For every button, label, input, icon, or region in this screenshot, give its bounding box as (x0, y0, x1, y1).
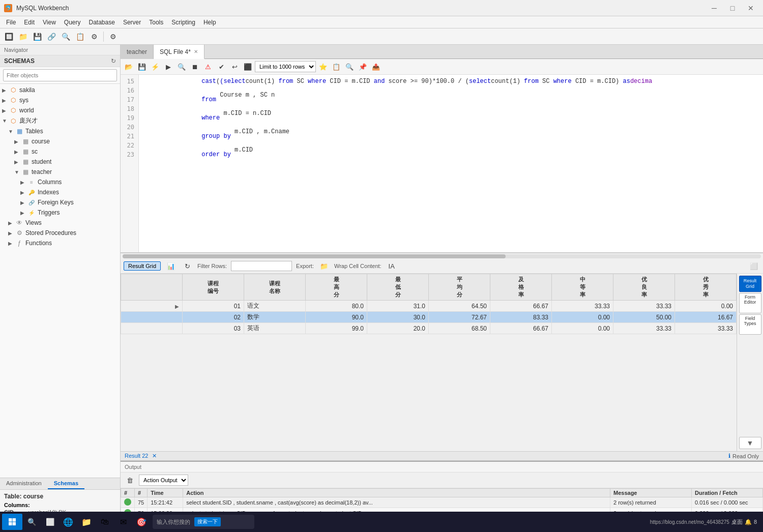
tab-sql-close[interactable]: ✕ (194, 49, 198, 54)
wrap-btn[interactable]: IA (386, 260, 398, 272)
taskbar-file-explorer[interactable]: 📁 (77, 514, 96, 530)
row3-min: 20.0 (367, 323, 429, 334)
triggers-node[interactable]: ▶ ⚡ Triggers (0, 208, 120, 218)
sql-export-btn[interactable]: 📤 (370, 61, 382, 73)
rsp-field-types[interactable]: FieldTypes (739, 314, 761, 335)
table-row[interactable]: 02 数学 90.0 30.0 72.67 83.33 0.00 50.00 1… (121, 312, 737, 323)
sql-format-btn[interactable]: 📋 (330, 61, 342, 73)
sql-open-btn[interactable]: 📂 (123, 61, 135, 73)
menu-query[interactable]: Query (60, 18, 85, 27)
result-tab-close[interactable]: ✕ (152, 453, 157, 459)
menu-scripting[interactable]: Scripting (167, 18, 199, 27)
menu-tools[interactable]: Tools (145, 18, 167, 27)
schema-world[interactable]: ▶ ⬡ world (0, 105, 120, 115)
taskbar-store[interactable]: 🛍 (96, 514, 114, 530)
schema-sys[interactable]: ▶ ⬡ sys (0, 95, 120, 105)
row2-max: 90.0 (306, 312, 367, 323)
start-button[interactable] (2, 514, 22, 530)
tab-teacher[interactable]: teacher (121, 45, 154, 59)
sql-toggle-btn[interactable]: ⬛ (242, 61, 254, 73)
windows-icon (8, 518, 16, 526)
indexes-node[interactable]: ▶ 🔑 Indexes (0, 187, 120, 197)
functions-node[interactable]: ▶ ƒ Functions (0, 238, 120, 248)
sql-run-btn[interactable]: ⚡ (149, 61, 161, 73)
toolbar-connect[interactable]: 🔗 (45, 30, 58, 43)
taskbar-task-view[interactable]: ⬜ (41, 514, 59, 530)
filter-objects-input[interactable] (3, 69, 117, 81)
result-grid-btn[interactable]: Result Grid (124, 261, 161, 271)
sql-stop-btn[interactable]: ⏹ (189, 61, 201, 73)
list-item[interactable]: 75 15:21:42 select student.SID , student… (121, 497, 763, 508)
filter-rows-input[interactable] (231, 261, 292, 271)
table-sc[interactable]: ▶ ▦ sc (0, 146, 120, 157)
menu-database[interactable]: Database (85, 18, 119, 27)
tables-node[interactable]: ▼ ▦ Tables (0, 126, 120, 136)
taskbar-mail[interactable]: ✉ (114, 514, 132, 530)
table-row[interactable]: 03 英语 99.0 20.0 68.50 66.67 0.00 33.33 3… (121, 323, 737, 334)
toolbar-save[interactable]: 💾 (31, 30, 44, 43)
schema-main-label: 庞兴才 (19, 116, 38, 125)
taskbar-edge[interactable]: 🌐 (59, 514, 77, 530)
sql-rollback-btn[interactable]: ↩ (228, 61, 241, 73)
maximize-button[interactable]: □ (724, 3, 741, 13)
result-chart-btn[interactable]: 📊 (165, 260, 177, 272)
rsp-form-editor[interactable]: FormEditor (739, 293, 761, 313)
toolbar-open[interactable]: 📁 (16, 30, 30, 43)
foreign-keys-node[interactable]: ▶ 🔗 Foreign Keys (0, 197, 120, 208)
export-btn[interactable]: 📁 (318, 260, 330, 272)
result-refresh-btn[interactable]: ↻ (181, 260, 193, 272)
taskbar-search[interactable]: 🔍 (22, 514, 41, 530)
table-teacher[interactable]: ▼ ▦ teacher (0, 167, 120, 177)
result-expand-btn[interactable]: ⬜ (748, 260, 760, 272)
rsp-down-btn[interactable]: ▼ (739, 437, 761, 449)
taskbar-app1[interactable]: 🎯 (132, 514, 151, 530)
sql-commit-btn[interactable]: ✔ (215, 61, 227, 73)
minimize-button[interactable]: ─ (706, 3, 722, 13)
limit-rows-select[interactable]: Limit to 1000 rows (255, 61, 316, 72)
line-num-16: 16 (123, 86, 136, 95)
sql-star-btn[interactable]: ⭐ (317, 61, 329, 73)
sql-search-btn[interactable]: 🔍 (343, 61, 356, 73)
toolbar-new-schema[interactable]: 🔲 (2, 30, 15, 43)
schema-sakila[interactable]: ▶ ⬡ sakila (0, 85, 120, 95)
tab-sql-file[interactable]: SQL File 4* ✕ (154, 45, 204, 59)
views-node[interactable]: ▶ 👁 Views (0, 218, 120, 228)
menu-help[interactable]: Help (199, 18, 220, 27)
schema-main[interactable]: ▼ ⬡ 庞兴才 (0, 115, 120, 126)
tree-arrow-student: ▶ (14, 159, 21, 165)
menu-edit[interactable]: Edit (20, 18, 39, 27)
menu-view[interactable]: View (39, 18, 60, 27)
stored-procedures-node[interactable]: ▶ ⚙ Stored Procedures (0, 228, 120, 238)
taskbar-search-btn[interactable]: 搜索一下 (194, 517, 221, 526)
menu-server[interactable]: Server (119, 18, 145, 27)
table-course[interactable]: ▶ ▦ course (0, 136, 120, 146)
toolbar-inspector[interactable]: 🔍 (59, 30, 72, 43)
schemas-refresh-icon[interactable]: ↻ (111, 57, 116, 65)
tab-administration[interactable]: Administration (0, 478, 48, 489)
menu-file[interactable]: File (2, 18, 20, 27)
toolbar-table-data[interactable]: 📋 (73, 30, 86, 43)
sql-save-btn[interactable]: 💾 (136, 61, 148, 73)
columns-node[interactable]: ▶ ≡ Columns (0, 177, 120, 187)
fk-icon: 🔗 (27, 198, 36, 206)
table-student[interactable]: ▶ ▦ student (0, 157, 120, 167)
toolbar-settings[interactable]: ⚙ (106, 30, 120, 43)
rsp-result-grid[interactable]: ResultGrid (739, 276, 761, 292)
output-clear-btn[interactable]: 🗑 (124, 474, 136, 486)
left-panel: Navigator SCHEMAS ↻ ▶ ⬡ sakila ▶ ⬡ sys (0, 45, 121, 532)
code-editor[interactable]: cast((select count(1) from SC where CID … (139, 75, 763, 252)
sql-bookmark-btn[interactable]: 📌 (357, 61, 369, 73)
rsp-scroll-down[interactable]: ▼ (739, 437, 761, 449)
taskbar-notifications[interactable]: 🔔 (745, 519, 752, 525)
tab-bar: teacher SQL File 4* ✕ (121, 45, 763, 59)
table-row[interactable]: ▶ 01 语文 80.0 31.0 64.50 66.67 33.33 33.3… (121, 301, 737, 312)
close-button[interactable]: ✕ (743, 3, 759, 13)
sql-run-sel-btn[interactable]: ▶ (162, 61, 174, 73)
action-output-select[interactable]: Action Output (139, 475, 188, 486)
tab-schemas[interactable]: Schemas (48, 478, 84, 489)
editor-h-scroll[interactable] (121, 253, 763, 259)
result-tab-label[interactable]: Result 22 ✕ (125, 453, 157, 459)
sql-find-btn[interactable]: 🔍 (175, 61, 188, 73)
toolbar-sql-editor[interactable]: ⚙ (87, 30, 101, 43)
sql-err-btn[interactable]: ⚠ (202, 61, 214, 73)
